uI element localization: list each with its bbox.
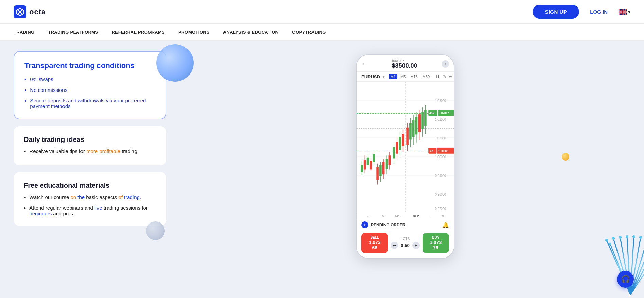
svg-text:1.02012: 1.02012	[439, 111, 449, 115]
x-label-6: 6	[430, 214, 431, 218]
phone-equity: Equity ▼ $3500.00	[392, 59, 417, 69]
card1-title: Transparent trading conditions	[24, 61, 156, 70]
nav-referral-programs[interactable]: REFERRAL PROGRAMS	[112, 30, 165, 35]
login-button[interactable]: LOG IN	[583, 5, 614, 19]
svg-rect-57	[396, 142, 398, 154]
card1-bullets: 0% swaps No commissions Secure deposits …	[24, 76, 156, 109]
svg-text:1.03000: 1.03000	[435, 99, 446, 103]
svg-point-14	[612, 237, 615, 240]
nav-trading[interactable]: TRADING	[14, 30, 34, 35]
tf-h1[interactable]: H1	[433, 74, 441, 79]
logo[interactable]: octa	[14, 5, 46, 18]
svg-text:1.01000: 1.01000	[435, 136, 446, 140]
svg-text:Bid: Bid	[429, 149, 433, 153]
bullet-swaps: 0% swaps	[24, 76, 156, 84]
phone-frame: ← Equity ▼ $3500.00 i EURUSD	[356, 54, 454, 259]
svg-rect-65	[409, 123, 412, 140]
bullet-tips: Receive valuable tips for more profitabl…	[24, 148, 156, 156]
educational-materials-card: Free educational materials Watch our cou…	[14, 172, 166, 226]
left-column: Transparent trading conditions 0% swaps …	[14, 51, 166, 288]
buy-label: BUY	[427, 236, 444, 239]
pending-plus-icon[interactable]: +	[361, 221, 368, 228]
logo-icon	[14, 5, 26, 18]
phone-info-button[interactable]: i	[442, 60, 449, 68]
equity-value: $3500.00	[392, 62, 417, 69]
blue-bubble-decoration	[156, 44, 194, 82]
main-content: Transparent trading conditions 0% swaps …	[0, 41, 644, 298]
edit-icon[interactable]: ✎	[443, 74, 446, 79]
bullet-deposits: Secure deposits and withdrawals via your…	[24, 98, 156, 109]
bullet-webinars: Attend regular webinars and live trading…	[24, 205, 156, 216]
settings-icon[interactable]: ☰	[448, 74, 452, 79]
buy-price: 1.073 76	[427, 239, 444, 250]
svg-text:0.97000: 0.97000	[435, 206, 446, 211]
svg-point-13	[605, 239, 608, 242]
pending-order-row: + PENDING ORDER 🔔	[357, 219, 454, 230]
svg-rect-45	[376, 167, 379, 180]
svg-rect-55	[393, 147, 395, 159]
svg-point-17	[632, 235, 635, 238]
phone-topbar: ← Equity ▼ $3500.00 i	[357, 55, 454, 72]
language-selector[interactable]: ▾	[619, 9, 630, 15]
svg-rect-73	[421, 112, 424, 129]
svg-rect-75	[424, 110, 427, 126]
svg-text:0.98000: 0.98000	[435, 193, 446, 197]
card2-title: Daily trading ideas	[24, 136, 156, 144]
svg-point-15	[619, 236, 622, 239]
x-label-1400: 14:00	[395, 214, 402, 218]
phone-pair-row: EURUSD ▼ M1 M5 M15 M30 H1 ✎ ☰	[357, 72, 454, 82]
lots-decrease-button[interactable]: −	[391, 242, 398, 249]
svg-rect-43	[373, 154, 375, 162]
svg-point-18	[639, 236, 642, 239]
headset-icon: 🎧	[621, 275, 630, 284]
svg-text:Ask: Ask	[429, 111, 434, 115]
lots-value: 0.50	[401, 243, 409, 248]
tf-m30[interactable]: M30	[421, 74, 431, 79]
svg-rect-59	[399, 137, 401, 150]
svg-text:0.99000: 0.99000	[435, 174, 446, 178]
lang-text: ▾	[628, 9, 630, 15]
right-column: ← Equity ▼ $3500.00 i EURUSD	[180, 51, 630, 288]
card3-bullets: Watch our course on the basic aspects of…	[24, 194, 156, 217]
equity-label: Equity ▼	[392, 59, 417, 62]
svg-point-22	[609, 243, 611, 245]
lots-increase-button[interactable]: +	[412, 242, 420, 249]
svg-rect-39	[367, 158, 369, 165]
tf-m1[interactable]: M1	[389, 74, 397, 79]
header-right: SIGN UP LOG IN ▾	[533, 5, 630, 19]
tf-m15[interactable]: M15	[409, 74, 419, 79]
header: octa SIGN UP LOG IN ▾	[0, 0, 644, 24]
phone-screen: ← Equity ▼ $3500.00 i EURUSD	[357, 55, 454, 258]
pending-order-label[interactable]: PENDING ORDER	[371, 222, 405, 227]
svg-text:1.02000: 1.02000	[435, 118, 446, 122]
currency-pair[interactable]: EURUSD	[361, 74, 380, 79]
main-nav: TRADING TRADING PLATFORMS REFERRAL PROGR…	[0, 24, 644, 41]
chat-support-button[interactable]: 🎧	[617, 271, 634, 288]
card3-title: Free educational materials	[24, 182, 156, 189]
tf-m5[interactable]: M5	[399, 74, 407, 79]
sell-label: SELL	[366, 236, 383, 239]
sell-button[interactable]: SELL 1.073 66	[361, 233, 388, 253]
bullet-course: Watch our course on the basic aspects of…	[24, 194, 156, 202]
grey-bubble-decoration	[146, 221, 165, 240]
bell-icon[interactable]: 🔔	[442, 222, 449, 228]
nav-copytrading[interactable]: COPYTRADING	[292, 30, 326, 35]
phone-chart-area[interactable]: 1.03000 1.02000 1.01000 1.00000 0.99000 …	[357, 82, 454, 213]
pair-chevron-icon: ▼	[382, 75, 386, 79]
svg-rect-51	[386, 159, 388, 169]
logo-text: octa	[29, 7, 46, 16]
nav-analysis-education[interactable]: ANALYSIS & EDUCATION	[223, 30, 279, 35]
candlestick-chart: 1.03000 1.02000 1.01000 1.00000 0.99000 …	[357, 82, 454, 213]
svg-rect-41	[370, 161, 372, 170]
phone-back-icon[interactable]: ←	[361, 61, 368, 68]
phone-mockup: ← Equity ▼ $3500.00 i EURUSD	[356, 54, 454, 259]
svg-rect-63	[406, 128, 409, 145]
signup-button[interactable]: SIGN UP	[533, 5, 579, 19]
svg-rect-53	[389, 155, 391, 165]
x-label-22: 22	[367, 214, 370, 218]
svg-text:1.00000: 1.00000	[435, 155, 446, 159]
nav-promotions[interactable]: PROMOTIONS	[178, 30, 210, 35]
buy-button[interactable]: BUY 1.073 76	[423, 233, 449, 253]
nav-trading-platforms[interactable]: TRADING PLATFORMS	[48, 30, 98, 35]
x-label-sep: SEP	[413, 214, 419, 218]
